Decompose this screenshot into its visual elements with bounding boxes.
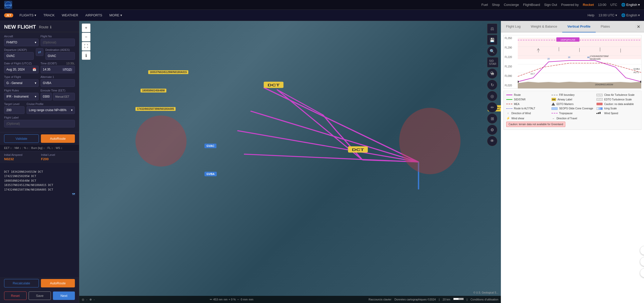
language-selector[interactable]: 🌐 English ▾: [621, 3, 640, 7]
map-controls-bottom: ◎ - ⊕ -: [82, 298, 95, 301]
expand-right-button[interactable]: ⛶: [640, 246, 644, 255]
recenter-bottom-button[interactable]: ◎: [82, 298, 84, 301]
language-nav[interactable]: 🌐 English ▾: [621, 13, 640, 17]
tab-flight-log[interactable]: Flight Log: [501, 21, 526, 32]
svg-text:15: 15: [547, 58, 550, 60]
burn-stat[interactable]: Burn [kg] ↕: [31, 146, 45, 149]
flight-no-input[interactable]: (Optional): [41, 39, 75, 46]
route-text-area[interactable]: DCT 183428N0244553W DCT 174221N0250205W …: [0, 163, 79, 277]
vp-legend: Route FIR boundary Clear Air Turbulence …: [503, 91, 641, 130]
manual-eet-toggle[interactable]: Manual EET: [53, 93, 75, 100]
autoroute2-button[interactable]: AutoRoute: [41, 279, 75, 287]
fuel-link[interactable]: Fuel: [481, 3, 488, 7]
destination-input[interactable]: GVAC: [45, 52, 75, 60]
cruise-profile-select[interactable]: Long range cruise NP=86% ▾: [27, 106, 75, 114]
vp-chart-container: FL350 FL290 FL220 FL150 FL090 FL020: [503, 35, 641, 89]
fl090-label: FL090: [505, 75, 517, 77]
map-view-icon[interactable]: 🗺: [72, 192, 75, 197]
powered-by: Powered by: [561, 3, 579, 7]
validate-button[interactable]: Validate: [4, 134, 39, 143]
next-button[interactable]: Next: [53, 292, 75, 300]
tab-plates[interactable]: Plates: [596, 21, 615, 32]
topbar-right: Fuel Shop Concierge FlightBoard Sign Out…: [481, 3, 640, 7]
ws-stat[interactable]: WS ↕: [56, 146, 62, 149]
nav-track[interactable]: TRACK: [40, 11, 58, 19]
level-value: F200: [41, 157, 75, 161]
map-controls-zoom: + − ⛶ ℹ: [82, 24, 90, 60]
balance-map-button[interactable]: ⚖: [487, 24, 497, 34]
locate-button[interactable]: ◎: [487, 91, 497, 101]
autoroute-button[interactable]: AutoRoute: [41, 134, 75, 143]
terrain-circle-right: [399, 108, 461, 174]
airspeed-level-row: Initial Airspeed N0232 Initial Level F20…: [0, 151, 79, 163]
eet-stat[interactable]: EET ↕: [4, 146, 12, 149]
airspeed-value: N0232: [4, 157, 38, 161]
date-input[interactable]: Aug 20, 2024 📅: [4, 66, 39, 73]
legend-route-alt: Route to ALT/TALT: [506, 107, 548, 110]
tab-weight-balance[interactable]: Weight & Balance: [526, 21, 562, 32]
sid-star-button[interactable]: SIDSTAR: [487, 57, 498, 67]
nm-stat[interactable]: NM ↕: [15, 146, 21, 149]
chevron-type-icon: ▾: [35, 81, 36, 85]
gvac-label[interactable]: GVAC: [204, 144, 216, 148]
gvba-label[interactable]: GVBA: [204, 172, 217, 176]
draw-button[interactable]: ✏: [487, 102, 497, 112]
shop-link[interactable]: Shop: [492, 3, 500, 7]
svg-rect-8: [348, 146, 368, 153]
nav-flights[interactable]: FLIGHTS ▾: [16, 11, 39, 19]
save-button[interactable]: Save: [29, 292, 51, 300]
map-bottom-bar: ◎ - ⊕ - ✏ 453 nm nm + 0 % ↔ 0 mm mm Racc…: [79, 296, 501, 303]
waypoint-tooltip-3: 174324N0250739W/N0180A005: [135, 107, 176, 111]
flight-label-input[interactable]: (Optional): [4, 120, 75, 127]
flightboard-link[interactable]: FlightBoard: [523, 3, 540, 7]
close-panel-button[interactable]: ✕: [635, 23, 642, 30]
nav-more[interactable]: MORE ▾: [106, 11, 125, 19]
nav-airports[interactable]: AIRPORTS: [82, 11, 105, 19]
flight-rules-select[interactable]: IFR - Instrument ▾: [4, 93, 39, 100]
zoom-out-button[interactable]: −: [82, 33, 90, 41]
target-level-group: Target Level 200: [4, 102, 25, 114]
settings-map-button[interactable]: ⚙: [487, 125, 497, 135]
minus-right-button[interactable]: −: [640, 268, 644, 277]
level-cruise-row: Target Level 200 Cruise Profile Long ran…: [4, 102, 75, 114]
enroute-time-input[interactable]: 0300: [41, 93, 52, 100]
flight-label-group: Flight Label (Optional): [4, 116, 75, 127]
pct-stat[interactable]: % ↕: [24, 146, 28, 149]
target-level-input[interactable]: 200: [4, 106, 25, 114]
dep-dest-row: Departure (ADEP) GVAC ⇄ Destination (ADE…: [4, 48, 75, 60]
map-area[interactable]: DCT DCT DCT 183537N0245129W/N0180A015 18…: [79, 21, 501, 303]
info-button[interactable]: ℹ: [82, 51, 90, 60]
hide-button[interactable]: 👁: [487, 136, 497, 146]
legend-seops: SEOPS Glide Cone Coverage: [551, 107, 594, 110]
legend-edto-turb: EDTO Turbulence Scale: [596, 98, 639, 101]
tab-vertical-profile[interactable]: Vertical Profile: [562, 21, 595, 32]
concierge-link[interactable]: Concierge: [504, 3, 519, 7]
departure-input[interactable]: GVAC: [4, 52, 34, 60]
waypoint-tooltip-1: 183537N0245129W/N0180A015: [148, 70, 188, 74]
reset-button[interactable]: Reset: [4, 292, 27, 300]
route-refresh-button[interactable]: ↻: [487, 80, 497, 90]
layers-button[interactable]: ⊞: [487, 113, 497, 124]
svg-line-3: [250, 111, 418, 162]
time-input[interactable]: 14:35 UTC(Z): [41, 66, 75, 73]
alternate1-input[interactable]: GVBA: [41, 79, 75, 87]
recalculate-button[interactable]: Recalculate: [4, 279, 39, 287]
swap-button[interactable]: ⇄: [36, 48, 43, 56]
weather-button[interactable]: 🌦: [487, 68, 497, 79]
signout-link[interactable]: Sign Out: [544, 3, 557, 7]
north-button[interactable]: ⊕: [89, 298, 92, 301]
search-map-button[interactable]: 🔍: [487, 46, 497, 56]
rules-enroute-row: Flight Rules IFR - Instrument ▾ Enroute …: [4, 89, 75, 100]
nav-weather[interactable]: WEATHER: [59, 11, 81, 19]
type-of-flight-select[interactable]: G - General ▾: [4, 79, 39, 87]
expand-button[interactable]: ⛶: [82, 42, 90, 51]
save-map-button[interactable]: 💾: [487, 35, 497, 45]
zoom-in-button[interactable]: +: [82, 24, 90, 32]
aircraft-select[interactable]: FHMTO ▾: [4, 39, 39, 46]
legend-fir: FIR boundary: [551, 94, 594, 96]
chevron-down-icon: ▾: [35, 41, 36, 44]
fl-stat[interactable]: FL ↕: [48, 146, 53, 149]
date-group: Date of Flight (UTC/Z) Aug 20, 2024 📅: [4, 62, 39, 73]
help-link[interactable]: Help: [588, 13, 594, 17]
add-right-button[interactable]: +: [640, 257, 644, 266]
